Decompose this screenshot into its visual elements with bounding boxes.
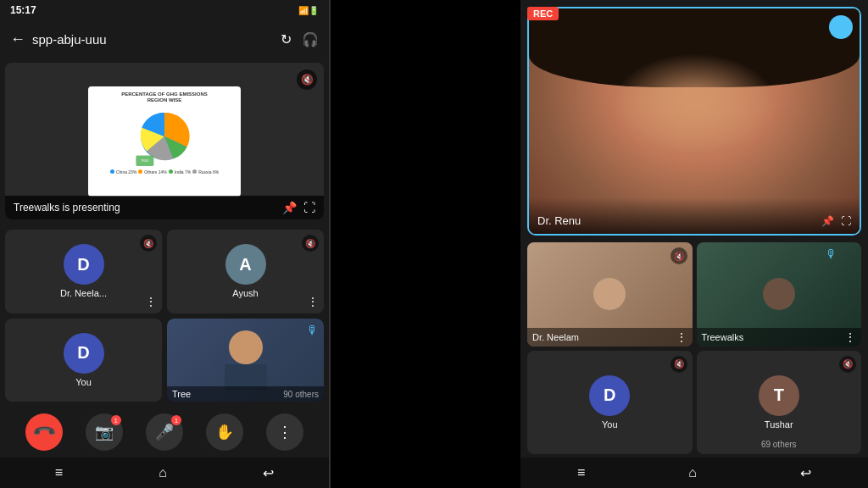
pie-chart: TREE (135, 107, 194, 166)
presenting-text: Treewalks is presenting (14, 202, 120, 214)
top-bar-icons: ↻ 🎧 (281, 31, 319, 47)
left-phone: 15:17 📶🔋 ← spp-abju-uuu ↻ 🎧 🔇 PERCENTAGE… (0, 0, 331, 488)
call-title: spp-abju-uuu (32, 32, 274, 47)
name-treewalks-right: Treewalks (702, 332, 744, 342)
chart-legend: China 23% Others 14% India 7% Russia 6% (110, 169, 219, 175)
status-time: 15:17 (10, 4, 36, 16)
treewalks-name-bar: Treewalks ⋮ (697, 328, 862, 347)
mic-off-ctrl-icon: 🎤 (155, 423, 174, 441)
mic-off-you-right: 🔇 (670, 356, 687, 373)
tile-tushar-right: 🔇 T Tushar 69 others (697, 351, 862, 455)
more-options-dr-neela[interactable]: ⋮ (145, 295, 157, 308)
speaker-name: Dr. Renu (537, 214, 581, 227)
more-options-button[interactable]: ⋮ (266, 413, 303, 451)
nav-bar-right: ≡ ⌂ ↩ (520, 458, 868, 488)
participants-grid-right: 🔇 Dr. Neelam ⋮ 🎙 Treewalks ⋮ 🔇 (520, 239, 868, 458)
chart-title: PERCENTAGE OF GHG EMISSIONSREGION WISE (121, 92, 208, 103)
tile-dr-neela: 🔇 D Dr. Neela... ⋮ (5, 230, 162, 313)
refresh-icon[interactable]: ↻ (281, 31, 292, 47)
nav-menu-icon-right[interactable]: ≡ (577, 465, 585, 480)
mic-off-icon: 🔇 (140, 235, 157, 252)
pin-icon[interactable]: 📌 (282, 201, 297, 214)
speaker-pin-icon[interactable]: 📌 (821, 215, 834, 227)
more-options-ayush[interactable]: ⋮ (307, 295, 319, 308)
name-dr-neela: Dr. Neela... (60, 288, 107, 298)
tile-treewalks-right: 🎙 Treewalks ⋮ (697, 242, 862, 347)
mic-off-neelam: 🔇 (670, 247, 687, 264)
avatar-ayush: A (225, 244, 266, 285)
neelam-name-bar: Dr. Neelam ⋮ (527, 328, 693, 347)
speaker-name-bar: Dr. Renu 📌 ⛶ (529, 197, 860, 234)
nav-home-icon-right[interactable]: ⌂ (688, 465, 697, 480)
name-tushar: Tushar (765, 419, 793, 430)
status-icons: 📶🔋 (298, 6, 319, 15)
back-button[interactable]: ← (10, 30, 25, 48)
tile-you-right: 🔇 D You (527, 351, 693, 455)
mic-off-tushar: 🔇 (839, 356, 856, 373)
avatar-tushar: T (759, 375, 799, 416)
spacer (331, 0, 520, 488)
more-treewalks[interactable]: ⋮ (844, 330, 856, 344)
pres-mic-off-icon: 🔇 (297, 69, 317, 90)
tile-dr-neelam-right: 🔇 Dr. Neelam ⋮ (527, 242, 693, 347)
speaker-top-icons: 🎙 (829, 15, 853, 39)
participants-grid-left: 🔇 D Dr. Neela... ⋮ 🔇 A Ayush ⋮ D You 🎙 (0, 225, 329, 407)
status-bar-left: 15:17 📶🔋 (0, 0, 329, 20)
end-call-icon: 📞 (31, 419, 57, 445)
avatar-you-left: D (64, 333, 104, 374)
chart-container: PERCENTAGE OF GHG EMISSIONSREGION WISE T… (88, 86, 241, 197)
presentation-area: 🔇 PERCENTAGE OF GHG EMISSIONSREGION WISE… (5, 63, 324, 219)
nav-back-icon[interactable]: ↩ (263, 465, 274, 481)
camera-off-button[interactable]: 📷 1 (86, 413, 123, 451)
name-dr-neelam-right: Dr. Neelam (532, 332, 579, 342)
right-phone: REC 🎙 Dr. Renu 📌 ⛶ (520, 0, 868, 488)
speaker-fullscreen-icon[interactable]: ⛶ (841, 215, 851, 227)
tile-you-left: D You (5, 319, 162, 402)
avatar-dr-neela: D (64, 244, 104, 285)
more-options-icon: ⋮ (277, 423, 292, 441)
camera-off-icon: 📷 (95, 423, 114, 441)
name-you-left: You (75, 377, 92, 387)
hand-raise-button[interactable]: ✋ (206, 413, 243, 451)
name-you-right: You (602, 419, 618, 430)
mic-off-button[interactable]: 🎤 1 (146, 413, 183, 451)
nav-back-icon-right[interactable]: ↩ (800, 465, 811, 481)
tile-ayush: 🔇 A Ayush ⋮ (167, 230, 324, 313)
nav-home-icon[interactable]: ⌂ (159, 465, 167, 480)
others-count-left: 90 others (283, 390, 319, 399)
fullscreen-icon[interactable]: ⛶ (303, 201, 315, 214)
bottom-controls-left: 📞 📷 1 🎤 1 ✋ ⋮ (0, 407, 329, 458)
name-tree-left: Tree (172, 389, 191, 399)
tree-name-bar: Tree 90 others (167, 386, 324, 402)
presenting-icons: 📌 ⛶ (282, 201, 315, 214)
nav-menu-icon[interactable]: ≡ (55, 465, 63, 480)
name-ayush: Ayush (232, 288, 258, 298)
camera-badge: 1 (111, 415, 121, 425)
tile-tree-left: 🎙 Tree 90 others (167, 319, 324, 402)
avatar-you-right: D (589, 375, 630, 416)
rec-badge: REC (527, 7, 559, 20)
headphone-icon[interactable]: 🎧 (302, 31, 319, 47)
top-bar-left: ← spp-abju-uuu ↻ 🎧 (0, 20, 329, 58)
mic-badge: 1 (171, 415, 181, 425)
active-speaker-icon: 🎙 (307, 324, 319, 337)
svg-text:TREE: TREE (141, 159, 149, 163)
others-count-right: 69 others (761, 440, 797, 449)
main-speaker-tile: 🎙 Dr. Renu 📌 ⛶ (527, 7, 861, 236)
battery-icon: 📶🔋 (298, 6, 319, 15)
more-neelam[interactable]: ⋮ (676, 330, 687, 344)
speaker-action-icons: 📌 ⛶ (821, 215, 851, 227)
active-speaker-mic-icon: 🎙 (829, 15, 853, 39)
end-call-button[interactable]: 📞 (25, 413, 63, 451)
mic-off-icon-ayush: 🔇 (302, 235, 319, 252)
nav-bar-left: ≡ ⌂ ↩ (0, 458, 329, 488)
presenting-bar: Treewalks is presenting 📌 ⛶ (5, 196, 324, 219)
treewalks-active-icon: 🎙 (826, 247, 837, 261)
hand-raise-icon: ✋ (215, 423, 234, 441)
